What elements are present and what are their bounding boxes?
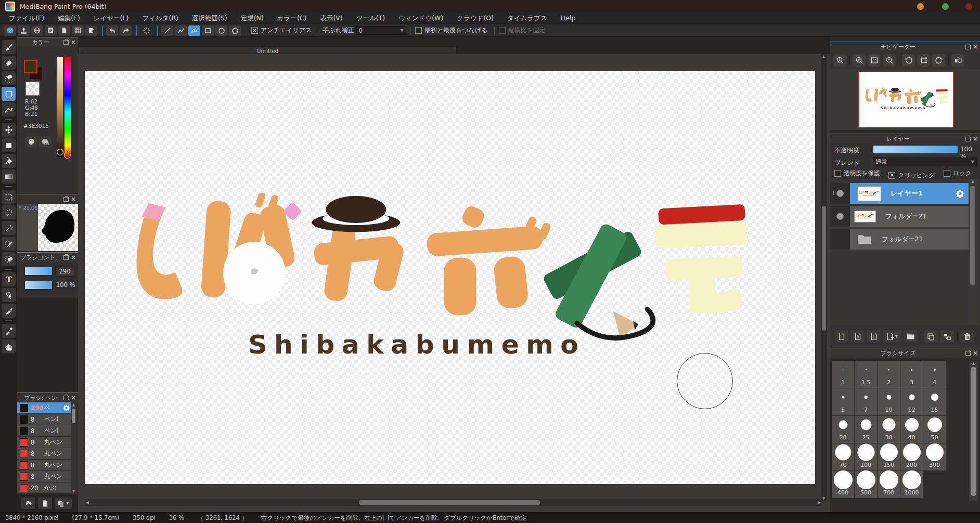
popout-icon[interactable] xyxy=(63,255,69,260)
scroll-right-icon[interactable]: ▶ xyxy=(818,500,821,505)
delete-layer-button[interactable] xyxy=(960,330,974,343)
brush-opacity-slider[interactable] xyxy=(24,281,53,290)
brush-list-item[interactable]: 20かぶ xyxy=(17,482,71,494)
brush-size-cell[interactable]: 4 xyxy=(923,361,946,388)
popout-icon[interactable] xyxy=(965,137,971,141)
curve-tool-button-selected[interactable] xyxy=(188,25,200,36)
popout-icon[interactable] xyxy=(965,351,971,356)
brush-list-scrollbar[interactable]: ▲ ▼ xyxy=(71,402,76,494)
add-folder-button[interactable] xyxy=(904,330,918,343)
brush-settings-gear-icon[interactable] xyxy=(63,404,70,411)
brush-size-cell[interactable]: 20 xyxy=(832,416,854,443)
polygon-tool-button[interactable] xyxy=(229,25,241,36)
brush-size-cell[interactable]: 2 xyxy=(878,361,900,388)
color-value-bar[interactable] xyxy=(57,57,63,157)
brush-list-item[interactable]: 8ペン( xyxy=(17,425,71,437)
menu-item[interactable]: レイヤー(L) xyxy=(87,12,136,24)
add-brush-button[interactable] xyxy=(38,498,52,509)
layer-row-art-folder[interactable]: フォルダー21 xyxy=(830,206,969,228)
menu-item[interactable]: 定規(N) xyxy=(234,12,270,24)
popout-icon[interactable] xyxy=(63,40,69,45)
brush-size-cell[interactable]: 3 xyxy=(900,361,923,388)
new-document-button[interactable] xyxy=(58,25,70,36)
canvas-vertical-scrollbar[interactable]: ▲ ▼ xyxy=(821,54,827,501)
brush-size-cell[interactable]: 100 xyxy=(855,443,877,470)
brush-size-cell[interactable]: 7 xyxy=(855,388,877,415)
brush-list-item[interactable]: 8丸ペン xyxy=(17,471,71,482)
canvas-horizontal-scrollbar[interactable]: ◀ ▶ xyxy=(85,499,822,506)
close-icon[interactable]: × xyxy=(71,395,76,401)
brush-list-item[interactable]: 8ペン( xyxy=(17,414,71,425)
snap-settings-button[interactable] xyxy=(140,25,152,36)
merge-layer-button[interactable] xyxy=(940,330,954,343)
connect-ends-checkbox[interactable] xyxy=(415,27,422,34)
scroll-up-icon[interactable]: ▲ xyxy=(821,55,827,59)
brush-size-cell[interactable]: 12 xyxy=(900,388,923,415)
brush-list-item[interactable]: 8丸ペン xyxy=(17,448,71,460)
clipping-option[interactable]: ×クリッピング xyxy=(888,172,935,179)
scroll-up-icon[interactable]: ▲ xyxy=(969,361,978,365)
scrollbar-thumb[interactable] xyxy=(822,206,826,331)
layer-visibility-dot[interactable] xyxy=(836,190,844,197)
brush-size-cell[interactable]: 70 xyxy=(832,443,854,470)
eraser-tool[interactable] xyxy=(2,56,16,70)
scrollbar-thumb[interactable] xyxy=(359,500,540,505)
scrollbar-thumb[interactable] xyxy=(72,409,75,423)
brush-size-cell[interactable]: 400 xyxy=(832,471,854,498)
navigator-thumbnail[interactable] xyxy=(858,72,954,127)
close-icon[interactable]: × xyxy=(71,254,76,260)
menu-item[interactable]: ウィンドウ(W) xyxy=(392,12,450,24)
transparent-color-swatch[interactable] xyxy=(25,82,40,96)
document-tab[interactable]: Untitled xyxy=(79,47,456,54)
layer-opacity-slider[interactable] xyxy=(873,145,958,154)
add-special-layer-button[interactable]: ▼ xyxy=(883,330,901,343)
zoom-100-button[interactable]: 1 xyxy=(833,54,846,67)
stabilizer-dropdown[interactable]: 0 ▼ xyxy=(356,26,406,35)
window-minimize-button[interactable] xyxy=(917,3,924,10)
rotate-ccw-button[interactable] xyxy=(902,54,915,67)
lasso-tool[interactable] xyxy=(2,205,16,219)
navigator-view[interactable] xyxy=(830,69,980,130)
menu-item[interactable]: フィルタ(R) xyxy=(135,12,185,24)
antialias-checkbox[interactable]: × xyxy=(251,27,258,34)
blend-mode-dropdown[interactable]: 通常 ▼ xyxy=(873,158,977,166)
online-gallery-button[interactable] xyxy=(31,25,43,36)
menu-item[interactable]: タイムラプス xyxy=(500,12,554,24)
layer-list-scrollbar[interactable]: ▲ xyxy=(969,179,977,325)
flip-horizontal-button[interactable] xyxy=(951,54,964,67)
scrollbar-thumb[interactable] xyxy=(971,367,976,496)
brush-size-cell[interactable]: 30 xyxy=(878,416,900,443)
rotate-cw-button[interactable] xyxy=(932,54,945,67)
brush-size-cell[interactable]: 40 xyxy=(900,416,923,443)
brush-size-cell[interactable]: 15 xyxy=(923,388,946,415)
menu-item[interactable]: 編集(E) xyxy=(51,12,87,24)
polyline-tool-button[interactable] xyxy=(175,25,187,36)
scrollbar-thumb[interactable] xyxy=(970,186,975,285)
brush-size-cell[interactable]: 25 xyxy=(855,416,877,443)
popout-icon[interactable] xyxy=(63,396,69,400)
brush-size-value[interactable]: 290 xyxy=(55,266,74,277)
eyedropper-tool[interactable] xyxy=(2,324,16,338)
medibang-cloud-button[interactable] xyxy=(4,25,16,36)
add-1bit-layer-button[interactable]: 1 xyxy=(867,330,881,343)
brush-size-scrollbar[interactable]: ▲ xyxy=(969,361,978,501)
select-eraser-tool[interactable] xyxy=(2,252,16,266)
menu-item[interactable]: 選択範囲(S) xyxy=(185,12,234,24)
select-rect-tool[interactable] xyxy=(2,190,16,204)
undo-button[interactable] xyxy=(106,25,118,36)
select-pen-tool[interactable] xyxy=(2,237,16,251)
edit-document-button[interactable] xyxy=(85,25,97,36)
menu-item[interactable]: 表示(V) xyxy=(313,12,349,24)
operation-tool[interactable] xyxy=(2,288,16,302)
duplicate-brush-button[interactable]: ▼ xyxy=(55,498,72,509)
brush-size-cell[interactable]: 300 xyxy=(923,443,946,470)
protect-alpha-option[interactable]: 透明度を保護 xyxy=(834,169,880,177)
fill-shape-tool[interactable] xyxy=(2,138,16,152)
reset-view-button[interactable] xyxy=(917,54,930,67)
brush-list-item[interactable]: 290ペ xyxy=(17,402,71,414)
layer-settings-gear-icon[interactable] xyxy=(956,189,964,198)
layer-row-selected[interactable]: ↓ レイヤー1 xyxy=(830,183,969,205)
value-bar-handle[interactable] xyxy=(57,149,63,155)
bucket-tool[interactable] xyxy=(2,154,16,168)
close-icon[interactable]: × xyxy=(71,39,76,45)
